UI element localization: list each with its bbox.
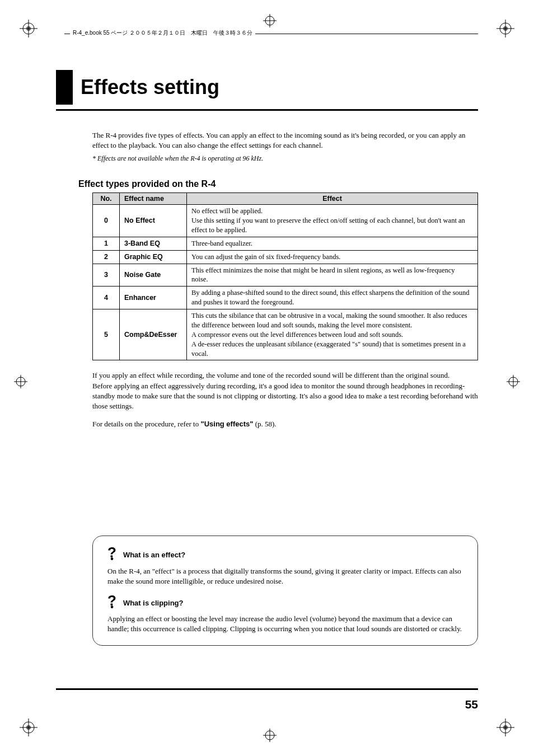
cell-name: No Effect (120, 205, 187, 237)
info-box: ?• What is an effect? On the R-4, an "ef… (92, 536, 478, 646)
cell-no: 4 (93, 287, 120, 309)
intro-paragraph: The R-4 provides five types of effects. … (92, 130, 478, 151)
crop-mark-top-left (20, 20, 38, 37)
cell-desc: By adding a phase-shifted sound to the d… (187, 287, 478, 309)
cell-desc: No effect will be applied.Use this setti… (187, 205, 478, 237)
cell-name: Enhancer (120, 287, 187, 309)
post-table-p1-text: If you apply an effect while recording, … (92, 371, 449, 379)
cell-desc: Three-band equalizer. (187, 237, 478, 250)
cell-no: 1 (93, 237, 120, 250)
footer-rule (56, 688, 478, 690)
crop-mark-mid-left (14, 375, 27, 388)
table-header-name: Effect name (120, 193, 187, 205)
crop-mark-mid-right (507, 375, 520, 388)
page-title-block: Effects setting (56, 70, 478, 111)
cell-name: Comp&DeEsser (120, 309, 187, 360)
info-q1-title: What is an effect? (123, 551, 185, 559)
table-header-effect: Effect (187, 193, 478, 205)
page-number: 55 (465, 698, 478, 711)
table-row: 0No EffectNo effect will be applied.Use … (93, 205, 478, 237)
table-row: 3Noise GateThis effect minimizes the noi… (93, 264, 478, 287)
effects-table: No. Effect name Effect 0No EffectNo effe… (92, 192, 478, 360)
question-icon: ?• (107, 597, 116, 609)
info-q1-text: On the R-4, an "effect" is a process tha… (107, 566, 463, 586)
cell-no: 5 (93, 309, 120, 360)
crop-mark-bottom-left (20, 719, 38, 736)
cell-desc: You can adjust the gain of six fixed-fre… (187, 250, 478, 264)
crop-mark-top-right (496, 20, 514, 37)
crop-mark-mid-top (263, 14, 277, 27)
info-q2-title: What is clipping? (123, 599, 184, 607)
info-q2-text: Applying an effect or boosting the level… (107, 614, 463, 634)
cell-no: 2 (93, 250, 120, 264)
cell-desc: This effect minimizes the noise that mig… (187, 264, 478, 287)
ref-link: "Using effects" (200, 420, 253, 428)
cell-name: 3-Band EQ (120, 237, 187, 250)
cell-desc: This cuts the sibilance that can be obtr… (187, 309, 478, 360)
crop-mark-mid-bottom (263, 729, 277, 742)
ref-pre: For details on the procedure, refer to (92, 420, 200, 428)
section-heading: Effect types provided on the R-4 (78, 179, 478, 189)
cell-name: Graphic EQ (120, 250, 187, 264)
cell-no: 0 (93, 205, 120, 237)
page-title: Effects setting (81, 76, 219, 99)
ref-post: (p. 58). (253, 420, 276, 428)
title-bar-icon (56, 70, 73, 105)
table-row: 13-Band EQThree-band equalizer. (93, 237, 478, 250)
table-row: 5Comp&DeEsserThis cuts the sibilance tha… (93, 309, 478, 360)
cell-no: 3 (93, 264, 120, 287)
cell-name: Noise Gate (120, 264, 187, 287)
question-icon: ?• (107, 548, 116, 561)
table-row: 4EnhancerBy adding a phase-shifted sound… (93, 287, 478, 309)
table-header-no: No. (93, 193, 120, 205)
running-header: R-4_e.book 55 ページ ２００５年２月１０日 木曜日 午後３時３６分 (70, 29, 255, 37)
intro-footnote: * Effects are not available when the R-4… (92, 154, 478, 163)
crop-mark-bottom-right (496, 719, 514, 736)
title-underline (56, 109, 478, 111)
post-table-p1: If you apply an effect while recording, … (92, 370, 478, 411)
post-table-p2-text: Before applying an effect aggressively d… (92, 382, 478, 410)
table-row: 2Graphic EQYou can adjust the gain of si… (93, 250, 478, 264)
post-table-ref: For details on the procedure, refer to "… (92, 419, 478, 429)
